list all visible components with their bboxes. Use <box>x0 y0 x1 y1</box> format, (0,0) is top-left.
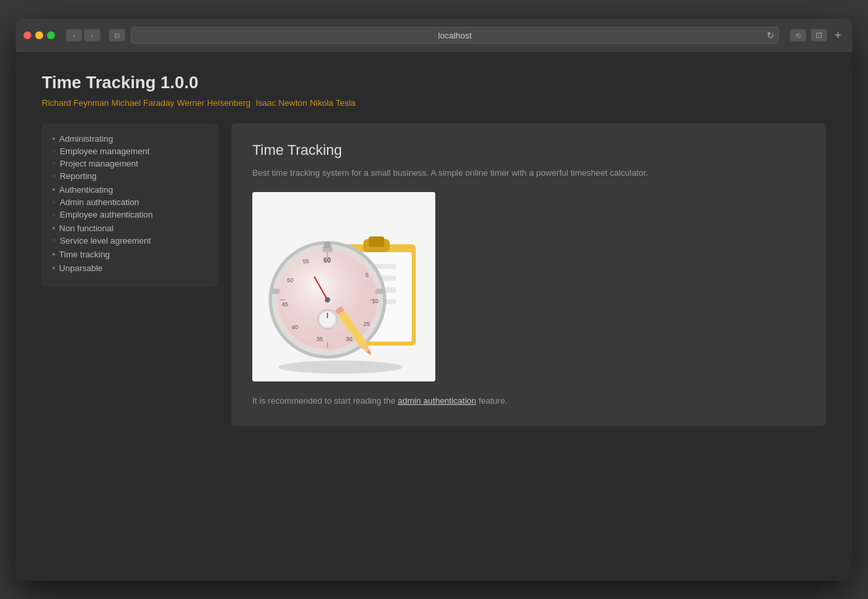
new-tab-button[interactable]: + <box>831 29 844 42</box>
content-title: Time Tracking <box>252 142 805 159</box>
author-links: Richard Feynman Michael Faraday Werner H… <box>42 98 826 108</box>
admin-authentication-link[interactable]: admin authentication <box>398 396 476 406</box>
svg-point-36 <box>325 297 330 302</box>
sidebar-item-employee-management[interactable]: Employee management <box>52 146 208 156</box>
author-nikola-tesla[interactable]: Nikola Tesla <box>310 98 356 108</box>
maximize-button[interactable] <box>47 31 55 39</box>
content-footer: It is recommended to start reading the a… <box>252 395 805 408</box>
author-isaac-newton[interactable]: Isaac Newton <box>256 98 307 108</box>
traffic-lights <box>24 31 55 39</box>
sidebar-sub-authenticating: Admin authentication Employee authentica… <box>52 197 208 219</box>
sidebar-category-time-tracking[interactable]: Time tracking <box>52 250 208 259</box>
forward-button[interactable]: › <box>84 29 101 42</box>
svg-rect-40 <box>375 289 383 294</box>
reload-button[interactable]: ↻ <box>767 30 775 40</box>
svg-text:10: 10 <box>372 298 378 304</box>
author-richard-feynman[interactable]: Richard Feynman <box>42 98 109 108</box>
page-title: Time Tracking 1.0.0 <box>42 73 826 93</box>
svg-text:60: 60 <box>324 257 331 264</box>
sidebar-item-reporting[interactable]: Reporting <box>52 171 208 181</box>
address-bar[interactable]: localhost ↻ <box>131 27 779 44</box>
nav-buttons: ‹ › <box>65 29 101 42</box>
sidebar-category-unparsable[interactable]: Unparsable <box>52 263 208 273</box>
svg-text:30: 30 <box>346 336 352 342</box>
sidebar-item-service-level-agreement[interactable]: Service level agreement <box>52 236 208 246</box>
sidebar-sub-administrating: Employee management Project management R… <box>52 146 208 181</box>
svg-point-45 <box>278 361 403 374</box>
page-header: Time Tracking 1.0.0 Richard Feynman Mich… <box>42 73 826 108</box>
sidebar-item-administrating: Administrating Employee management Proje… <box>52 134 208 181</box>
sidebar-category-non-functional[interactable]: Non functional <box>52 223 208 233</box>
content-panel: Time Tracking Best time tracking system … <box>231 123 826 426</box>
minimize-button[interactable] <box>35 31 43 39</box>
sidebar-category-administrating[interactable]: Administrating <box>52 134 208 144</box>
footer-text: It is recommended to start reading the <box>252 396 398 406</box>
stopwatch-illustration: ✓ ✓ ✓ <box>252 192 435 381</box>
svg-text:55: 55 <box>303 258 309 265</box>
svg-rect-4 <box>369 236 384 247</box>
svg-rect-39 <box>272 289 280 294</box>
sidebar-item-employee-authentication[interactable]: Employee authentication <box>52 210 208 219</box>
footer-suffix: feature. <box>476 396 508 406</box>
sidebar-item-admin-authentication[interactable]: Admin authentication <box>52 197 208 207</box>
sidebar-category-authenticating[interactable]: Authenticating <box>52 185 208 195</box>
tab-button[interactable]: ⊡ <box>810 29 827 42</box>
window-button[interactable]: ⊡ <box>108 29 125 42</box>
svg-text:50: 50 <box>287 277 293 283</box>
svg-text:45: 45 <box>282 301 288 308</box>
sidebar-item-unparsable: Unparsable <box>52 263 208 273</box>
sidebar-sub-non-functional: Service level agreement <box>52 236 208 246</box>
sidebar-item-non-functional: Non functional Service level agreement <box>52 223 208 246</box>
share-button[interactable]: ⎋ <box>790 29 807 42</box>
author-michael-faraday[interactable]: Michael Faraday <box>112 98 175 108</box>
svg-text:25: 25 <box>363 321 370 327</box>
sidebar-list: Administrating Employee management Proje… <box>52 134 208 273</box>
content-description: Best time tracking system for a small bu… <box>252 167 805 180</box>
main-layout: Administrating Employee management Proje… <box>42 123 826 426</box>
page-content: Time Tracking 1.0.0 Richard Feynman Mich… <box>16 53 852 581</box>
browser-window: ‹ › ⊡ localhost ↻ ⎋ ⊡ + Time Tracking 1.… <box>16 19 852 581</box>
toolbar-right: ⎋ ⊡ + <box>790 29 844 42</box>
content-image: ✓ ✓ ✓ <box>252 192 435 381</box>
sidebar: Administrating Employee management Proje… <box>42 123 218 287</box>
svg-text:40: 40 <box>292 324 298 331</box>
sidebar-item-authenticating: Authenticating Admin authentication Empl… <box>52 185 208 219</box>
svg-text:5: 5 <box>365 272 369 278</box>
titlebar: ‹ › ⊡ localhost ↻ ⎋ ⊡ + <box>16 19 852 53</box>
back-button[interactable]: ‹ <box>65 29 82 42</box>
svg-rect-38 <box>324 242 331 248</box>
svg-text:35: 35 <box>316 336 323 342</box>
close-button[interactable] <box>24 31 31 39</box>
sidebar-item-project-management[interactable]: Project management <box>52 159 208 169</box>
url-text: localhost <box>438 31 471 40</box>
author-werner-heisenberg[interactable]: Werner Heisenberg <box>177 98 250 108</box>
sidebar-item-time-tracking: Time tracking <box>52 250 208 259</box>
